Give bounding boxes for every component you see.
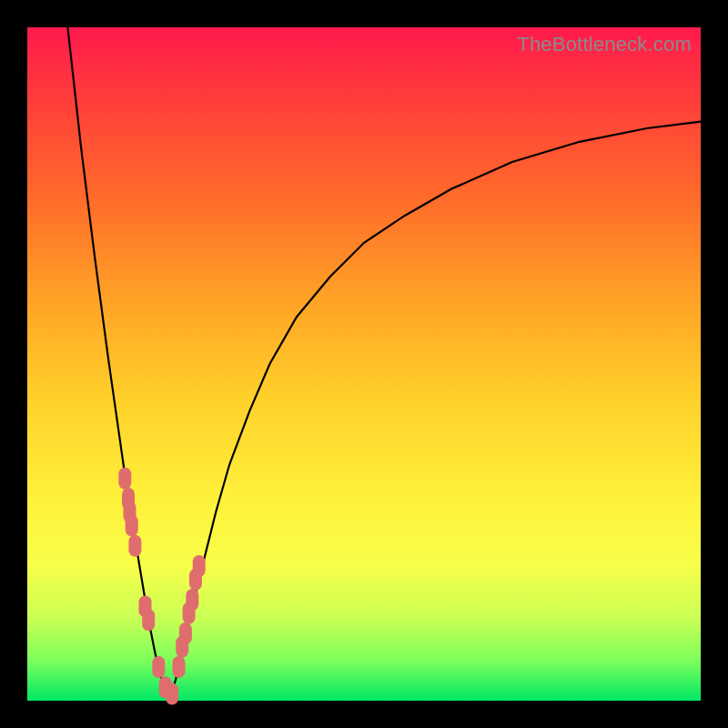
curve-left-branch [67, 27, 168, 701]
data-marker [142, 609, 155, 631]
data-marker [193, 555, 206, 577]
data-marker [128, 535, 141, 557]
data-marker [173, 656, 186, 678]
data-marker [179, 622, 192, 644]
data-marker [186, 589, 198, 611]
chart-svg [27, 27, 701, 701]
data-marker [118, 468, 131, 490]
curve-right-branch [168, 122, 701, 701]
data-markers-group [118, 468, 205, 705]
plot-area: TheBottleneck.com [27, 27, 701, 701]
data-marker [126, 515, 138, 537]
data-marker [152, 656, 165, 678]
data-marker [166, 683, 178, 705]
chart-frame: TheBottleneck.com [0, 0, 728, 728]
